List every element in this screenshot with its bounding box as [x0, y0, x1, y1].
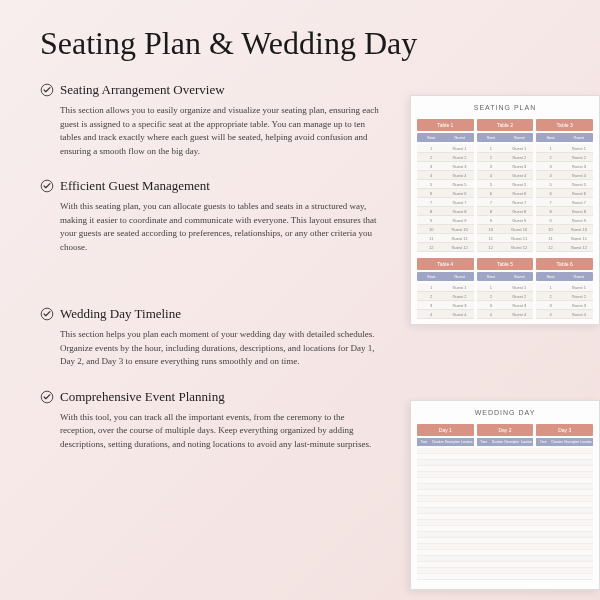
guest-rows: 1Guest 11Guest 11Guest 12Guest 22Guest 2… — [417, 144, 593, 252]
table-header-row: Table 1 Table 2 Table 3 — [417, 119, 593, 131]
guest-col: Guest — [565, 133, 593, 142]
subheader-row: SeatGuest SeatGuest SeatGuest — [417, 272, 593, 281]
table-header: Table 5 — [477, 258, 534, 270]
description-col: Description — [564, 438, 579, 446]
table-header: Table 1 — [417, 119, 474, 131]
seat-col: Seat — [417, 272, 445, 281]
seat-col: Seat — [417, 133, 445, 142]
time-col: Time — [477, 438, 491, 446]
time-col: Time — [417, 438, 431, 446]
section-heading: Seating Arrangement Overview — [60, 82, 225, 98]
section-heading: Comprehensive Event Planning — [60, 389, 225, 405]
time-col: Time — [536, 438, 550, 446]
section-guest-management: Efficient Guest Management With this sea… — [40, 178, 380, 254]
description-col: Description — [504, 438, 519, 446]
section-timeline: Wedding Day Timeline This section helps … — [40, 306, 380, 369]
description-col: Description — [445, 438, 460, 446]
guest-col: Guest — [565, 272, 593, 281]
table-header: Table 6 — [536, 258, 593, 270]
preview-title: WEDDING DAY — [417, 409, 593, 416]
guest-col: Guest — [445, 133, 473, 142]
table-header: Table 2 — [477, 119, 534, 131]
day-header: Day 1 — [417, 424, 474, 436]
seat-col: Seat — [477, 133, 505, 142]
day-header-row: Day 1 Day 2 Day 3 — [417, 424, 593, 436]
seat-col: Seat — [536, 272, 564, 281]
section-body: With this tool, you can track all the im… — [40, 411, 380, 452]
preview-title: SEATING PLAN — [417, 104, 593, 111]
subheader-row: SeatGuest SeatGuest SeatGuest — [417, 133, 593, 142]
section-seating-overview: Seating Arrangement Overview This sectio… — [40, 82, 380, 158]
wedding-day-preview: WEDDING DAY Day 1 Day 2 Day 3 Time Durat… — [410, 400, 600, 590]
seat-col: Seat — [477, 272, 505, 281]
checkmark-icon — [40, 390, 54, 404]
duration-col: Duration — [491, 438, 505, 446]
seat-col: Seat — [536, 133, 564, 142]
page-title: Seating Plan & Wedding Day — [0, 0, 600, 72]
day-subheader-row: Time Duration Description Location Time … — [417, 438, 593, 446]
checkmark-icon — [40, 83, 54, 97]
section-body: This section allows you to easily organi… — [40, 104, 380, 158]
location-col: Location — [460, 438, 474, 446]
guest-col: Guest — [445, 272, 473, 281]
table-header: Table 4 — [417, 258, 474, 270]
section-event-planning: Comprehensive Event Planning With this t… — [40, 389, 380, 452]
guest-rows: 1Guest 11Guest 11Guest 12Guest 22Guest 2… — [417, 283, 593, 319]
section-heading: Wedding Day Timeline — [60, 306, 181, 322]
section-heading: Efficient Guest Management — [60, 178, 210, 194]
table-header-row: Table 4 Table 5 Table 6 — [417, 258, 593, 270]
location-col: Location — [519, 438, 533, 446]
day-header: Day 2 — [477, 424, 534, 436]
location-col: Location — [579, 438, 593, 446]
day-header: Day 3 — [536, 424, 593, 436]
checkmark-icon — [40, 307, 54, 321]
empty-rows — [417, 448, 593, 580]
seating-plan-preview: SEATING PLAN Table 1 Table 2 Table 3 Sea… — [410, 95, 600, 325]
duration-col: Duration — [550, 438, 564, 446]
section-body: With this seating plan, you can allocate… — [40, 200, 380, 254]
guest-col: Guest — [505, 133, 533, 142]
table-header: Table 3 — [536, 119, 593, 131]
section-body: This section helps you plan each moment … — [40, 328, 380, 369]
duration-col: Duration — [431, 438, 445, 446]
guest-col: Guest — [505, 272, 533, 281]
checkmark-icon — [40, 179, 54, 193]
